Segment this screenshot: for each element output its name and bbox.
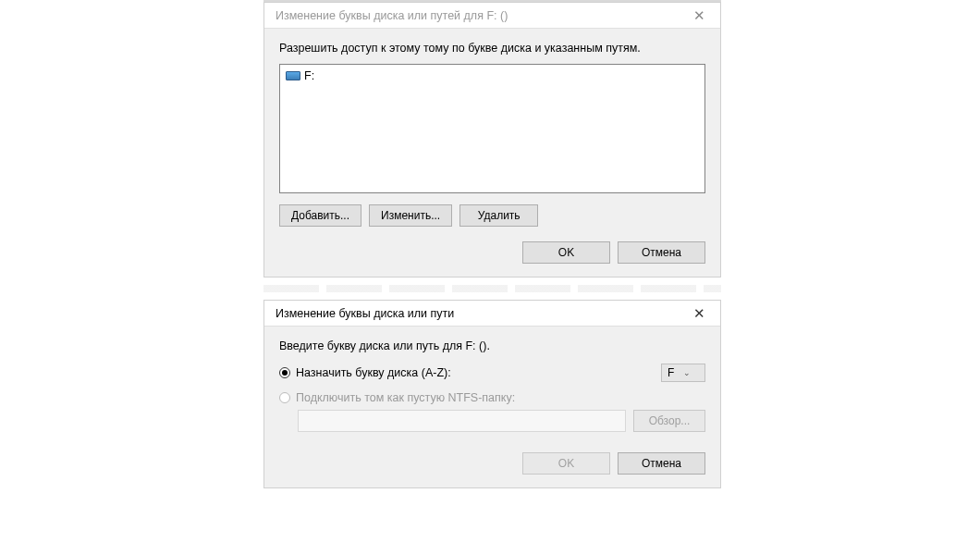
dialog1-instruction: Разрешить доступ к этому тому по букве д… (279, 42, 705, 55)
assign-letter-radio[interactable] (279, 367, 290, 378)
dialog1-titlebar: Изменение буквы диска или путей для F: (… (264, 3, 720, 29)
list-item[interactable]: F: (284, 68, 701, 83)
ok-button: OK (522, 452, 610, 475)
drive-letter-dropdown[interactable]: F ⌄ (661, 364, 705, 382)
change-drive-letter-path-dialog: Изменение буквы диска или пути ✕ Введите… (263, 300, 721, 488)
chevron-down-icon: ⌄ (683, 368, 691, 377)
ntfs-path-input (298, 410, 626, 432)
dropdown-value: F (668, 366, 674, 379)
mount-ntfs-radio[interactable] (279, 392, 290, 403)
remove-button[interactable]: Удалить (459, 204, 538, 227)
drive-paths-listbox[interactable]: F: (279, 64, 705, 193)
dialog2-title: Изменение буквы диска или пути (276, 307, 454, 320)
change-button[interactable]: Изменить... (369, 204, 452, 227)
cancel-button[interactable]: Отмена (618, 241, 705, 264)
ok-button[interactable]: OK (522, 241, 610, 264)
add-button[interactable]: Добавить... (279, 204, 361, 227)
ntfs-path-row: Обзор... (298, 410, 705, 432)
drive-icon (286, 71, 300, 80)
dialog2-prompt: Введите букву диска или путь для F: (). (279, 339, 705, 352)
close-icon[interactable]: ✕ (690, 306, 709, 320)
change-drive-letter-dialog: Изменение буквы диска или путей для F: (… (263, 2, 721, 278)
action-button-row: Добавить... Изменить... Удалить (279, 204, 705, 227)
mount-ntfs-label: Подключить том как пустую NTFS-папку: (296, 391, 515, 404)
dialog1-title: Изменение буквы диска или путей для F: (… (276, 9, 508, 22)
dialog2-footer: OK Отмена (279, 452, 705, 475)
cancel-button[interactable]: Отмена (618, 452, 705, 475)
background-separator (263, 278, 721, 300)
assign-letter-row: Назначить букву диска (A-Z): F ⌄ (279, 364, 705, 382)
browse-button: Обзор... (633, 410, 705, 432)
list-item-label: F: (304, 69, 314, 82)
dialog1-footer: OK Отмена (279, 241, 705, 264)
close-icon[interactable]: ✕ (690, 8, 709, 22)
assign-letter-label: Назначить букву диска (A-Z): (296, 366, 451, 379)
dialog2-titlebar: Изменение буквы диска или пути ✕ (264, 301, 720, 327)
